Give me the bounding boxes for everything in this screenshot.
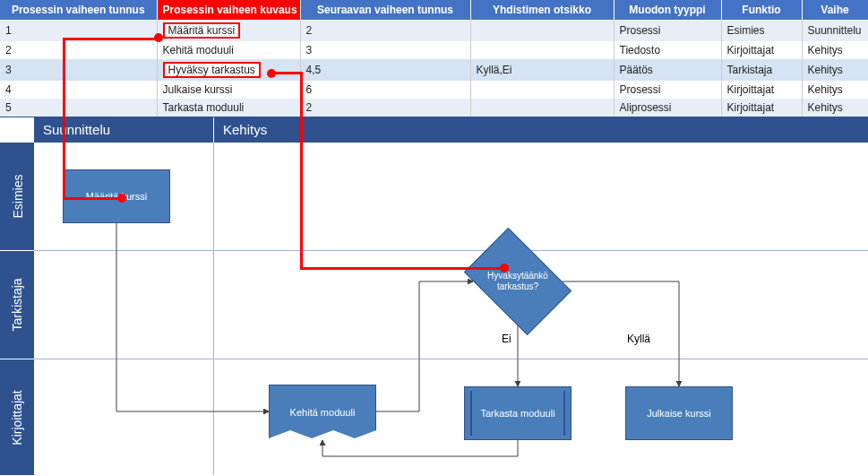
cell-next: 2 bbox=[300, 20, 470, 41]
process-table: Prosessin vaiheen tunnus Prosessin vaihe… bbox=[0, 0, 868, 117]
cell-next: 3 bbox=[300, 41, 470, 59]
cell-id: 5 bbox=[0, 99, 157, 117]
col-desc: Prosessin vaiheen kuvaus bbox=[157, 0, 300, 20]
connector-label-ei: Ei bbox=[502, 333, 511, 345]
cell-shape: Aliprosessi bbox=[614, 99, 721, 117]
cell-func: Kirjoittajat bbox=[721, 41, 802, 59]
cell-next: 6 bbox=[300, 81, 470, 99]
cell-id: 1 bbox=[0, 20, 157, 41]
lane-label-esimies: Esimies bbox=[0, 143, 34, 250]
cell-conn bbox=[470, 41, 614, 59]
cell-conn bbox=[470, 99, 614, 117]
cell-id: 4 bbox=[0, 81, 157, 99]
cell-phase: Kehitys bbox=[802, 41, 868, 59]
lane-label-tarkistaja: Tarkistaja bbox=[0, 251, 34, 359]
cell-func: Kirjoittajat bbox=[721, 81, 802, 99]
swimlane-diagram: Suunnittelu Kehitys Esimies Tarkistaja K… bbox=[0, 117, 868, 475]
cell-shape: Prosessi bbox=[614, 20, 721, 41]
cell-func: Esimies bbox=[721, 20, 802, 41]
shape-julkaise-kurssi[interactable]: Julkaise kurssi bbox=[625, 386, 733, 440]
col-shape: Muodon tyyppi bbox=[614, 0, 721, 20]
cell-phase: Kehitys bbox=[802, 59, 868, 81]
cell-conn bbox=[470, 81, 614, 99]
shape-hyvaksy-tarkastus[interactable]: Hyväksytäänkö tarkastus? bbox=[464, 228, 572, 335]
connector-label-kylla: Kyllä bbox=[627, 333, 650, 345]
col-phase: Vaihe bbox=[802, 0, 868, 20]
cell-conn bbox=[470, 20, 614, 41]
cell-id: 2 bbox=[0, 41, 157, 59]
cell-func: Tarkistaja bbox=[721, 59, 802, 81]
cell-phase: Kehitys bbox=[802, 99, 868, 117]
col-id: Prosessin vaiheen tunnus bbox=[0, 0, 157, 20]
table-row: 3 Hyväksy tarkastus 4,5 Kyllä,Ei Päätös … bbox=[0, 59, 868, 81]
cell-desc: Määritä kurssi bbox=[157, 20, 300, 41]
cell-shape: Päätös bbox=[614, 59, 721, 81]
shape-tarkasta-moduuli[interactable]: Tarkasta moduuli bbox=[464, 386, 572, 440]
lane-label-kirjoittajat: Kirjoittajat bbox=[0, 359, 34, 475]
cell-func: Kirjoittajat bbox=[721, 99, 802, 117]
cell-phase: Kehitys bbox=[802, 81, 868, 99]
table-row: 2 Kehitä moduuli 3 Tiedosto Kirjoittajat… bbox=[0, 41, 868, 59]
shape-maarita-kurssi[interactable]: Määritä kurssi bbox=[63, 169, 170, 223]
phase-header-1: Suunnittelu bbox=[34, 117, 213, 143]
cell-conn: Kyllä,Ei bbox=[470, 59, 614, 81]
cell-shape: Prosessi bbox=[614, 81, 721, 99]
cell-next: 4,5 bbox=[300, 59, 470, 81]
cell-shape: Tiedosto bbox=[614, 41, 721, 59]
phase-header-2: Kehitys bbox=[214, 117, 868, 143]
cell-desc: Julkaise kurssi bbox=[157, 81, 300, 99]
col-next: Seuraavan vaiheen tunnus bbox=[300, 0, 470, 20]
table-row: 5 Tarkasta moduuli 2 Aliprosessi Kirjoit… bbox=[0, 99, 868, 117]
cell-desc: Hyväksy tarkastus bbox=[157, 59, 300, 81]
cell-desc: Tarkasta moduuli bbox=[157, 99, 300, 117]
col-func: Funktio bbox=[721, 0, 802, 20]
shape-kehita-moduuli[interactable]: Kehitä moduuli bbox=[269, 385, 376, 438]
highlight-cell-3: Hyväksy tarkastus bbox=[163, 62, 261, 78]
table-row: 1 Määritä kurssi 2 Prosessi Esimies Suun… bbox=[0, 20, 868, 41]
cell-id: 3 bbox=[0, 59, 157, 81]
col-conn: Yhdistimen otsikko bbox=[470, 0, 614, 20]
cell-desc: Kehitä moduuli bbox=[157, 41, 300, 59]
cell-phase: Suunnittelu bbox=[802, 20, 868, 41]
highlight-cell-1: Määritä kurssi bbox=[163, 22, 241, 39]
table-row: 4 Julkaise kurssi 6 Prosessi Kirjoittaja… bbox=[0, 81, 868, 99]
cell-next: 2 bbox=[300, 99, 470, 117]
